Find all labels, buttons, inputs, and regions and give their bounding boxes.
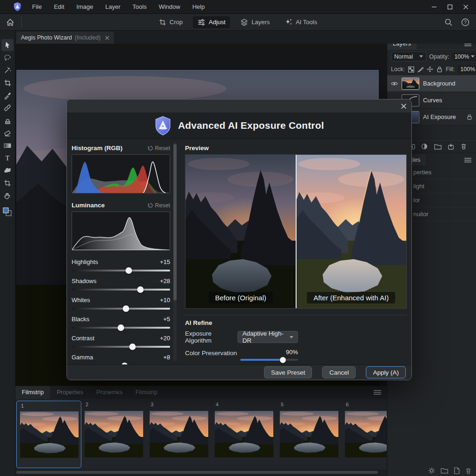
menu-item-help[interactable]: Help	[192, 3, 205, 10]
dialog-scrollbar-thumb[interactable]	[173, 144, 177, 300]
adjustment-icon[interactable]	[421, 143, 428, 150]
slider-thumb[interactable]	[137, 286, 144, 293]
luminance-histogram	[72, 212, 170, 251]
folder-icon[interactable]	[434, 144, 442, 150]
visibility-eye-icon[interactable]	[391, 81, 398, 86]
document-tab-title: Aegis Photo Wizard	[21, 34, 72, 41]
menu-item-image[interactable]: Image	[76, 3, 93, 10]
chevron-down-icon	[290, 336, 293, 338]
slider-thumb[interactable]	[126, 267, 132, 274]
eraser-tool[interactable]	[1, 127, 13, 139]
tab-filmstrip[interactable]: Filmstrip	[15, 386, 50, 399]
adjust-label: Adjust	[209, 19, 225, 26]
search-icon[interactable]	[444, 18, 453, 26]
frame-thumbnail-3[interactable]: 3	[149, 401, 214, 468]
color-swatches[interactable]	[1, 206, 13, 218]
help-icon[interactable]: ?	[461, 18, 469, 26]
fill-select[interactable]: 100%	[458, 65, 476, 73]
frame-thumbnail-5[interactable]: 5	[279, 401, 344, 468]
shape-tool[interactable]	[1, 165, 13, 177]
tab-filmstrip-2[interactable]: Filmstrip	[129, 386, 164, 399]
slider-thumb[interactable]	[123, 305, 129, 312]
whites-slider[interactable]	[72, 308, 170, 310]
opacity-select[interactable]: 100%	[452, 53, 476, 61]
adjust-mode-button[interactable]: Adjust	[193, 16, 230, 28]
trash-icon[interactable]	[461, 143, 467, 150]
trash-icon[interactable]	[465, 468, 471, 474]
gear-icon[interactable]	[428, 467, 435, 474]
menu-item-layer[interactable]: Layer	[106, 3, 121, 10]
blend-mode-value: Normal	[394, 53, 413, 60]
frame-thumbnail-1[interactable]: 1	[16, 401, 81, 468]
blend-mode-select[interactable]: Normal	[391, 52, 426, 61]
document-tab[interactable]: Aegis Photo Wizard (Included)	[16, 32, 114, 44]
magic-wand-tool[interactable]	[1, 64, 13, 76]
move-tool[interactable]	[1, 39, 13, 51]
lasso-tool[interactable]	[1, 52, 13, 64]
menu-item-file[interactable]: File	[32, 3, 42, 10]
layers-mode-button[interactable]: Layers	[236, 16, 274, 28]
tool-rail: T	[0, 31, 15, 476]
contrast-slider[interactable]	[72, 346, 170, 348]
preview-split-divider[interactable]	[296, 155, 297, 308]
dialog-title: Advanced AI Exposure Control	[178, 120, 324, 131]
filmstrip-menu-icon[interactable]	[374, 390, 381, 395]
tab-properties-bottom[interactable]: Properties	[50, 386, 90, 399]
blacks-slider[interactable]	[72, 327, 170, 329]
home-button[interactable]	[6, 18, 15, 27]
minimize-button[interactable]	[430, 3, 439, 11]
folder-icon[interactable]	[441, 468, 448, 474]
histogram-reset-button[interactable]: Reset	[147, 145, 170, 152]
rgb-histogram	[72, 154, 170, 193]
slider-thumb[interactable]	[118, 324, 124, 331]
horizontal-scrollbar[interactable]	[16, 471, 378, 474]
color-preservation-value: 90%	[240, 349, 298, 356]
menu-item-edit[interactable]: Edit	[54, 3, 64, 10]
ai-refine-label: AI Refine	[185, 319, 407, 326]
dialog-scrollbar[interactable]	[173, 142, 177, 361]
cancel-button[interactable]: Cancel	[322, 366, 356, 378]
exposure-algorithm-select[interactable]: Adaptive High-DR	[238, 331, 298, 343]
healing-brush-tool[interactable]	[1, 102, 13, 114]
move-lock-icon[interactable]	[427, 66, 433, 73]
color-preservation-thumb[interactable]	[280, 357, 286, 363]
ai-sparkles-icon	[284, 18, 292, 26]
layer-row-background[interactable]: Background	[387, 75, 476, 92]
menu-items: File Edit Image Layer Tools Window Help	[32, 3, 205, 10]
color-preservation-fill	[240, 359, 283, 361]
new-layer-icon[interactable]	[448, 143, 454, 150]
perspective-crop-tool[interactable]	[1, 177, 13, 189]
tab-pronemks[interactable]: Pronemks	[90, 386, 129, 399]
dialog-titlebar	[67, 99, 411, 112]
color-preservation-slider[interactable]	[240, 359, 298, 361]
tab-close-icon[interactable]	[105, 36, 109, 40]
menu-item-window[interactable]: Window	[159, 3, 180, 10]
gradient-tool[interactable]	[1, 139, 13, 152]
crop-tool[interactable]	[1, 77, 13, 89]
clone-stamp-tool[interactable]	[1, 114, 13, 126]
frame-thumbnail-2[interactable]: 2	[84, 401, 149, 468]
frame-thumbnail-6[interactable]: 6	[344, 401, 387, 468]
wizard-shield-icon	[154, 116, 172, 136]
close-button[interactable]	[461, 3, 470, 11]
brush-lock-icon[interactable]	[417, 66, 423, 73]
crop-mode-button[interactable]: Crop	[154, 16, 187, 28]
highlights-slider[interactable]	[72, 270, 170, 271]
padlock-icon[interactable]	[436, 66, 443, 73]
frame-thumbnail-4[interactable]: 4	[214, 401, 279, 468]
properties-panel-menu-icon[interactable]	[464, 158, 471, 163]
luminance-reset-button[interactable]: Reset	[147, 202, 170, 209]
maximize-button[interactable]	[445, 3, 455, 11]
slider-thumb[interactable]	[129, 344, 136, 350]
new-doc-icon[interactable]	[454, 467, 460, 474]
ai-tools-button[interactable]: AI Tools	[280, 16, 322, 28]
shadows-slider[interactable]	[72, 289, 170, 291]
eyedropper-tool[interactable]	[1, 89, 13, 101]
text-tool[interactable]: T	[1, 152, 13, 164]
checker-lock-icon[interactable]	[408, 66, 414, 73]
save-preset-button[interactable]: Save Preset	[264, 366, 312, 378]
hand-tool[interactable]	[1, 190, 13, 202]
menu-item-tools[interactable]: Tools	[132, 3, 146, 10]
dialog-close-icon[interactable]	[401, 103, 407, 109]
apply-button[interactable]: Apply (A)	[366, 366, 406, 378]
